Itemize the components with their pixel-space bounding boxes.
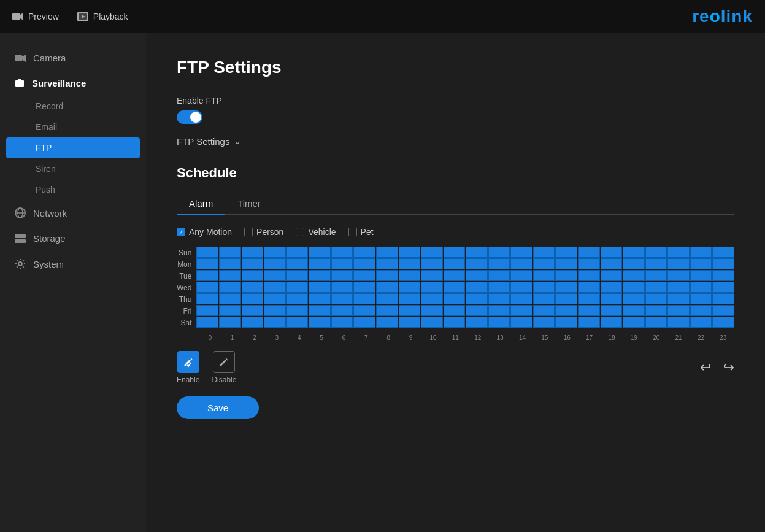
grid-cell[interactable] — [645, 247, 667, 258]
any-motion-checkbox[interactable] — [177, 228, 185, 236]
grid-cell[interactable] — [331, 270, 353, 281]
grid-cell[interactable] — [376, 258, 398, 269]
grid-cell[interactable] — [444, 282, 466, 293]
grid-cell[interactable] — [533, 258, 555, 269]
ftp-settings-collapse[interactable]: FTP Settings ⌄ — [177, 136, 734, 147]
pet-checkbox[interactable] — [348, 228, 357, 236]
grid-cell[interactable] — [601, 282, 623, 293]
grid-cell[interactable] — [667, 317, 690, 328]
grid-cell[interactable] — [353, 282, 375, 293]
grid-cell[interactable] — [421, 258, 443, 269]
grid-cell[interactable] — [264, 282, 286, 293]
grid-cell[interactable] — [331, 282, 353, 293]
grid-cell[interactable] — [690, 258, 712, 269]
grid-cell[interactable] — [376, 293, 398, 304]
grid-cell[interactable] — [578, 282, 600, 293]
grid-cell[interactable] — [533, 305, 555, 316]
grid-cell[interactable] — [555, 282, 577, 293]
grid-cell[interactable] — [242, 293, 264, 304]
grid-cell[interactable] — [242, 282, 264, 293]
sidebar-item-system[interactable]: System — [0, 251, 146, 277]
grid-cell[interactable] — [601, 317, 623, 328]
grid-cell[interactable] — [510, 270, 532, 281]
grid-cell[interactable] — [353, 293, 375, 304]
grid-cell[interactable] — [623, 282, 645, 293]
grid-cell[interactable] — [331, 317, 353, 328]
grid-cell[interactable] — [488, 293, 510, 304]
grid-cell[interactable] — [578, 305, 600, 316]
grid-cell[interactable] — [376, 317, 398, 328]
grid-cell[interactable] — [578, 270, 600, 281]
filter-any-motion[interactable]: Any Motion — [177, 227, 232, 237]
grid-cell[interactable] — [219, 258, 241, 269]
grid-cell[interactable] — [466, 247, 488, 258]
grid-cell[interactable] — [601, 247, 623, 258]
grid-cell[interactable] — [309, 258, 331, 269]
grid-cell[interactable] — [712, 282, 734, 293]
grid-cell[interactable] — [488, 282, 510, 293]
grid-cell[interactable] — [399, 270, 421, 281]
grid-cell[interactable] — [712, 305, 734, 316]
grid-cell[interactable] — [309, 317, 331, 328]
grid-cell[interactable] — [286, 305, 309, 316]
grid-cell[interactable] — [219, 270, 241, 281]
grid-cell[interactable] — [690, 247, 712, 258]
grid-cell[interactable] — [242, 270, 264, 281]
grid-cell[interactable] — [466, 293, 488, 304]
grid-cell[interactable] — [690, 305, 712, 316]
grid-cell[interactable] — [264, 270, 286, 281]
grid-cell[interactable] — [399, 258, 421, 269]
sidebar-sub-item-siren[interactable]: Siren — [0, 158, 146, 179]
sidebar-sub-item-record[interactable]: Record — [0, 96, 146, 117]
grid-cell[interactable] — [601, 258, 623, 269]
grid-cell[interactable] — [286, 270, 309, 281]
grid-cell[interactable] — [712, 317, 734, 328]
grid-cell[interactable] — [510, 282, 532, 293]
grid-cell[interactable] — [264, 258, 286, 269]
grid-cell[interactable] — [645, 305, 667, 316]
grid-cell[interactable] — [353, 305, 375, 316]
grid-cell[interactable] — [466, 317, 488, 328]
grid-cell[interactable] — [444, 258, 466, 269]
sidebar-item-surveillance[interactable]: Surveillance — [0, 71, 146, 96]
grid-cell[interactable] — [712, 247, 734, 258]
grid-cell[interactable] — [667, 247, 690, 258]
grid-cell[interactable] — [533, 270, 555, 281]
grid-cell[interactable] — [510, 293, 532, 304]
grid-cell[interactable] — [555, 293, 577, 304]
grid-cell[interactable] — [667, 270, 690, 281]
grid-cell[interactable] — [533, 247, 555, 258]
grid-cell[interactable] — [331, 247, 353, 258]
grid-cell[interactable] — [466, 270, 488, 281]
grid-cell[interactable] — [488, 258, 510, 269]
grid-cell[interactable] — [623, 317, 645, 328]
grid-cell[interactable] — [623, 305, 645, 316]
grid-cell[interactable] — [466, 305, 488, 316]
grid-cell[interactable] — [219, 282, 241, 293]
grid-cell[interactable] — [510, 305, 532, 316]
save-button[interactable]: Save — [177, 396, 259, 419]
grid-cell[interactable] — [623, 293, 645, 304]
grid-cell[interactable] — [510, 258, 532, 269]
grid-cell[interactable] — [690, 270, 712, 281]
grid-cell[interactable] — [667, 305, 690, 316]
grid-cell[interactable] — [309, 293, 331, 304]
grid-cell[interactable] — [645, 258, 667, 269]
sidebar-sub-item-push[interactable]: Push — [0, 179, 146, 200]
playback-nav-item[interactable]: Playback — [77, 12, 128, 21]
grid-cell[interactable] — [196, 293, 218, 304]
preview-nav-item[interactable]: Preview — [12, 12, 59, 21]
grid-cell[interactable] — [667, 258, 690, 269]
grid-cell[interactable] — [242, 317, 264, 328]
grid-cell[interactable] — [601, 305, 623, 316]
grid-cell[interactable] — [219, 305, 241, 316]
grid-cell[interactable] — [219, 317, 241, 328]
grid-cell[interactable] — [196, 247, 218, 258]
grid-cell[interactable] — [601, 293, 623, 304]
grid-cell[interactable] — [286, 282, 309, 293]
grid-cell[interactable] — [264, 293, 286, 304]
grid-cell[interactable] — [376, 282, 398, 293]
grid-cell[interactable] — [712, 293, 734, 304]
grid-cell[interactable] — [286, 293, 309, 304]
grid-cell[interactable] — [421, 247, 443, 258]
